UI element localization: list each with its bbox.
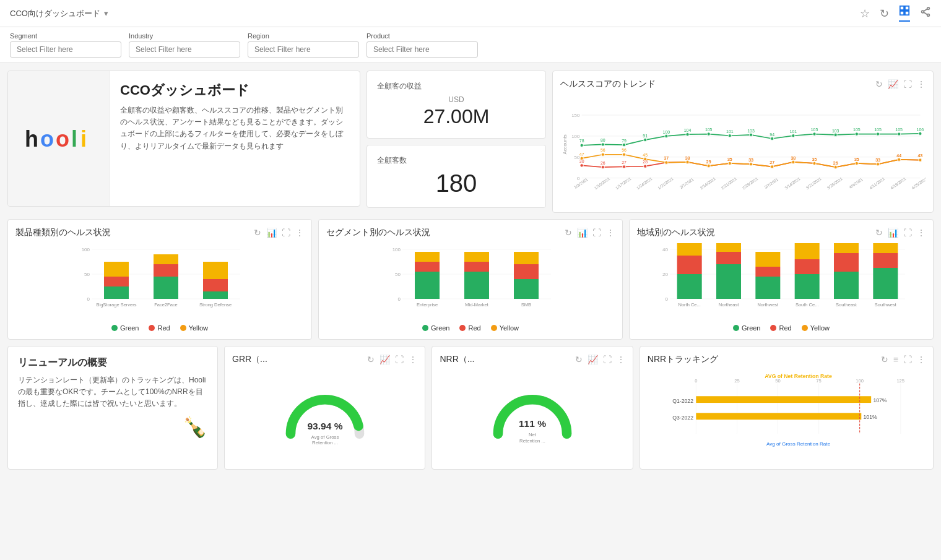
nrrt-bar-icon[interactable]: ≡ (893, 355, 898, 364)
svg-text:101: 101 (726, 129, 734, 134)
region-health-header: 地域別のヘルス状況 ↻ 📊 ⛶ ⋮ (637, 227, 926, 238)
trend-chart-icon[interactable]: 📈 (888, 79, 898, 89)
svg-text:Southeast: Southeast (836, 302, 857, 308)
svg-text:Strong Defense: Strong Defense (199, 302, 232, 308)
svg-text:l: l (71, 126, 77, 152)
trend-expand-icon[interactable]: ⛶ (903, 79, 912, 89)
grr-gauge: 93.94 % Avg of Gross Retention ... (232, 370, 417, 457)
svg-text:0: 0 (398, 296, 401, 302)
svg-text:Accounts: Accounts (562, 134, 568, 154)
trend-more-icon[interactable]: ⋮ (917, 79, 926, 89)
sh-chart-icon[interactable]: 📊 (577, 228, 588, 238)
trend-refresh-icon[interactable]: ↻ (875, 79, 883, 89)
grr-header: GRR（... ↻ 📈 ⛶ ⋮ (232, 354, 417, 365)
svg-rect-197 (795, 259, 820, 274)
ph-more-icon[interactable]: ⋮ (295, 228, 304, 238)
product-label: Product (366, 32, 478, 40)
nrr-expand-icon[interactable]: ⛶ (603, 355, 612, 364)
grr-expand-icon[interactable]: ⛶ (395, 355, 404, 364)
svg-rect-192 (755, 277, 780, 299)
kpi-customers: 全顧客数 180 (366, 145, 546, 208)
svg-point-50 (686, 133, 689, 136)
nrr-chart-icon[interactable]: 📈 (588, 355, 598, 364)
share-icon[interactable] (920, 6, 931, 20)
svg-rect-193 (755, 267, 780, 277)
industry-label: Industry (129, 32, 240, 40)
svg-text:43: 43 (917, 153, 922, 158)
dropdown-icon[interactable]: ▾ (104, 9, 108, 18)
svg-text:100: 100 (663, 130, 670, 134)
svg-text:4/4/2021: 4/4/2021 (848, 177, 864, 189)
region-input[interactable] (248, 41, 359, 58)
svg-point-6 (927, 14, 930, 17)
svg-text:0: 0 (666, 296, 669, 302)
filter-region: Region (248, 32, 359, 58)
pl-yellow: Yellow (180, 324, 208, 332)
ph-expand-icon[interactable]: ⛶ (282, 228, 290, 238)
customers-value: 180 (377, 170, 536, 197)
nrr-gauge-icons: ↻ 📈 ⛶ ⋮ (575, 355, 625, 364)
health-charts-row: 製品種類別のヘルス状況 ↻ 📊 ⛶ ⋮ 050100BigStorage Ser… (7, 219, 934, 340)
svg-point-60 (792, 134, 795, 137)
grr-refresh-icon[interactable]: ↻ (367, 355, 375, 364)
svg-rect-3 (905, 11, 909, 15)
svg-point-120 (707, 164, 710, 167)
svg-rect-172 (464, 252, 489, 262)
svg-text:105: 105 (895, 127, 903, 132)
rh-expand-icon[interactable]: ⛶ (903, 228, 912, 238)
grr-panel: GRR（... ↻ 📈 ⛶ ⋮ 93.94 % Avg of Gross Ret… (224, 346, 425, 470)
svg-rect-156 (203, 291, 228, 299)
svg-text:Mid-Market: Mid-Market (465, 302, 488, 308)
svg-text:27: 27 (770, 160, 774, 165)
region-icons: ↻ 📊 ⛶ ⋮ (875, 228, 926, 238)
svg-point-108 (580, 157, 583, 160)
sh-expand-icon[interactable]: ⛶ (592, 228, 601, 238)
rh-chart-icon[interactable]: 📊 (888, 228, 898, 238)
nrr-refresh-icon[interactable]: ↻ (575, 355, 583, 364)
rl-red-label: Red (779, 324, 791, 332)
segment-input[interactable] (10, 41, 121, 58)
svg-rect-185 (677, 256, 702, 274)
svg-text:Northwest: Northwest (757, 302, 779, 308)
trend-panel: ヘルススコアのトレンド ↻ 📈 ⛶ ⋮ 0501001501/3/20211/1… (552, 71, 934, 213)
svg-rect-158 (203, 262, 228, 279)
svg-rect-152 (154, 277, 178, 299)
nrr-more-icon[interactable]: ⋮ (617, 355, 625, 364)
bookmark-icon[interactable]: ☆ (860, 7, 870, 20)
rh-refresh-icon[interactable]: ↻ (875, 228, 883, 238)
grr-chart-icon[interactable]: 📈 (379, 355, 390, 364)
app-title: CCO向けダッシュボード (10, 8, 100, 19)
industry-input[interactable] (129, 41, 240, 58)
svg-text:Q3-2022: Q3-2022 (672, 415, 693, 421)
svg-point-52 (707, 132, 710, 136)
nrrt-expand-icon[interactable]: ⛶ (903, 355, 912, 364)
svg-text:150: 150 (571, 113, 580, 118)
svg-text:101: 101 (790, 129, 797, 134)
svg-text:103: 103 (832, 129, 839, 133)
product-input[interactable] (366, 41, 478, 58)
svg-point-118 (686, 160, 689, 163)
svg-point-116 (665, 161, 668, 164)
refresh-icon[interactable]: ↻ (880, 7, 889, 20)
revenue-title: 全顧客の収益 (377, 81, 536, 92)
nrrt-more-icon[interactable]: ⋮ (917, 355, 926, 364)
svg-point-110 (601, 153, 604, 156)
segment-health-panel: セグメント別のヘルス状況 ↻ 📊 ⛶ ⋮ 050100EnterpriseMid… (318, 219, 623, 340)
grid-icon[interactable] (899, 5, 910, 22)
svg-text:o: o (56, 126, 69, 152)
ph-chart-icon[interactable]: 📊 (266, 228, 277, 238)
svg-rect-170 (464, 272, 489, 299)
svg-rect-167 (415, 262, 440, 272)
svg-point-112 (622, 153, 625, 156)
svg-point-68 (876, 132, 879, 136)
rh-more-icon[interactable]: ⋮ (917, 228, 926, 238)
rl-yellow-dot (802, 325, 808, 331)
sh-more-icon[interactable]: ⋮ (606, 228, 615, 238)
grr-more-icon[interactable]: ⋮ (409, 355, 417, 364)
ph-refresh-icon[interactable]: ↻ (254, 228, 261, 238)
nrrt-refresh-icon[interactable]: ↻ (881, 355, 888, 364)
sh-refresh-icon[interactable]: ↻ (565, 228, 572, 238)
svg-text:27: 27 (622, 160, 627, 165)
intro-body: 全顧客の収益や顧客数、ヘルススコアの推移、製品やセグメント別のヘルス状況、アンケ… (120, 105, 350, 152)
sl-yellow-dot (491, 325, 497, 331)
